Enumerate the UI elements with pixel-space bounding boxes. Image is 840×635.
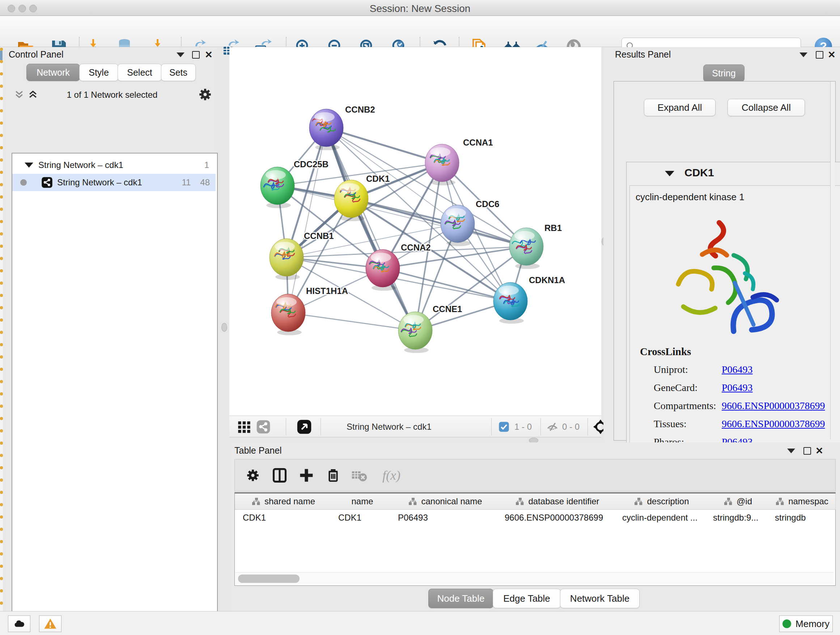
table-horizontal-scrollbar[interactable] <box>235 572 834 585</box>
column-header-canonical-name[interactable]: canonical name <box>392 494 499 510</box>
edge-CCNB2-CCNE1[interactable] <box>326 128 415 331</box>
function-builder-icon: f(x) <box>376 466 407 485</box>
column-header--id[interactable]: @id <box>707 494 769 510</box>
network-node-CDC25B[interactable]: CDC25B <box>261 159 328 208</box>
table-panel-close-button[interactable]: ✕ <box>815 446 824 455</box>
column-header-name[interactable]: name <box>332 494 393 510</box>
column-header-database-identifier[interactable]: database identifier <box>499 494 617 510</box>
memory-button[interactable]: Memory <box>779 616 833 632</box>
network-view-canvas[interactable]: CCNB2CCNA1CDC25BCDK1CDC6RB1CCNB1CCNA2CDK… <box>229 47 601 416</box>
crosslink-genecard-link[interactable]: P06493 <box>722 382 753 394</box>
table-panel-float-button[interactable] <box>802 446 812 455</box>
column-header-shared-name[interactable]: shared name <box>235 494 333 510</box>
crosslink-compartments-link[interactable]: 9606.ENSP00000378699 <box>722 400 825 412</box>
network-collection-row[interactable]: String Network – cdk1 1 <box>12 157 216 174</box>
results-panel-float-button[interactable] <box>815 50 824 59</box>
table-cell[interactable]: cyclin-dependent ... <box>616 510 707 526</box>
control-panel-close-button[interactable]: ✕ <box>204 50 213 59</box>
collapse-all-button[interactable]: Collapse All <box>728 99 805 116</box>
column-header-label: shared name <box>264 496 315 507</box>
edge-HIST1H1A-CCNE1[interactable] <box>288 313 415 331</box>
application-window: Session: New Session <box>0 0 840 635</box>
crosslink-label: Uniprot: <box>654 364 688 378</box>
collapse-all-icon[interactable] <box>14 89 25 100</box>
protein-section: CDK1 cyclin-dependent kinase 1 <box>626 162 840 474</box>
network-node-HIST1H1A[interactable]: HIST1H1A <box>271 286 348 335</box>
crosslink-uniprot-link[interactable]: P06493 <box>722 364 753 375</box>
table-tab-node-table[interactable]: Node Table <box>428 589 493 608</box>
node-label-CCNE1: CCNE1 <box>433 304 462 314</box>
table-cell[interactable]: CDK1 <box>235 510 335 526</box>
network-collection-count: 1 <box>204 160 209 170</box>
network-collection-label: String Network – cdk1 <box>38 160 123 170</box>
control-tab-network[interactable]: Network <box>27 64 80 81</box>
table-tab-network-table[interactable]: Network Table <box>560 589 639 608</box>
network-node-RB1[interactable]: RB1 <box>509 223 562 269</box>
table-cell[interactable]: stringdb <box>769 510 835 526</box>
network-row-label: String Network – cdk1 <box>57 177 142 187</box>
results-panel: Results Panel ✕ String Expand All Collap… <box>603 47 840 442</box>
network-node-CDC6[interactable]: CDC6 <box>441 199 499 246</box>
crosslink-label: GeneCard: <box>654 382 698 396</box>
table-settings-gear-icon[interactable] <box>243 466 262 485</box>
delete-column-trash-icon[interactable] <box>324 466 343 485</box>
warnings-button[interactable] <box>39 616 62 632</box>
add-column-icon[interactable] <box>297 466 316 485</box>
results-panel-collapse-button[interactable] <box>799 50 808 59</box>
control-tab-style[interactable]: Style <box>79 64 118 81</box>
column-header-description[interactable]: description <box>616 494 707 510</box>
protein-details-box: cyclin-dependent kinase 1 <box>630 185 840 462</box>
scrollbar-thumb[interactable] <box>238 575 300 583</box>
cloud-status-button[interactable] <box>8 616 30 632</box>
control-panel-title: Control Panel <box>9 49 63 60</box>
table-panel-collapse-button[interactable] <box>786 446 796 455</box>
warning-icon <box>44 617 57 630</box>
show-columns-icon[interactable] <box>270 466 289 485</box>
control-tab-sets[interactable]: Sets <box>161 64 196 81</box>
node-table: shared namenamecanonical namedatabase id… <box>234 492 836 586</box>
table-toolbar: f(x) <box>234 459 836 492</box>
hidden-node-edge-count: 0 - 0 <box>562 418 579 435</box>
node-label-CDC6: CDC6 <box>476 199 499 209</box>
network-list: String Network – cdk1 1 String Network –… <box>11 153 218 635</box>
section-expander-icon[interactable] <box>665 171 674 176</box>
control-panel-collapse-button[interactable] <box>176 50 185 59</box>
background-window-sliver <box>0 47 3 611</box>
table-panel: Table Panel ✕ f(x) shared namenamecanoni… <box>229 442 840 611</box>
network-node-CDKN1A[interactable]: CDKN1A <box>493 275 565 324</box>
open-in-window-button[interactable] <box>297 418 312 435</box>
node-label-CCNA1: CCNA1 <box>463 138 493 147</box>
table-cell[interactable]: 9606.ENSP00000378699 <box>499 510 616 526</box>
table-tab-edge-table[interactable]: Edge Table <box>493 589 561 608</box>
left-splitter-handle[interactable] <box>221 323 227 332</box>
network-node-CCNE1[interactable]: CCNE1 <box>398 304 462 353</box>
network-node-CCNA1[interactable]: CCNA1 <box>425 138 493 185</box>
node-label-CDKN1A: CDKN1A <box>529 275 565 285</box>
table-cell[interactable]: P06493 <box>392 510 499 526</box>
column-header-label: name <box>351 496 373 507</box>
control-tab-select[interactable]: Select <box>118 64 162 81</box>
network-node-CDK1[interactable]: CDK1 <box>334 174 390 221</box>
control-panel-float-button[interactable] <box>191 50 201 59</box>
crosslink-tissues-link[interactable]: 9606.ENSP00000378699 <box>722 418 825 430</box>
grid-view-button[interactable] <box>237 418 251 435</box>
column-header-namespac[interactable]: namespac <box>769 494 836 510</box>
network-options-gear-icon[interactable] <box>197 87 213 102</box>
selected-checkbox[interactable] <box>499 418 509 435</box>
hidden-eye-slash-icon[interactable] <box>546 418 559 435</box>
network-row-selected[interactable]: String Network – cdk1 11 48 <box>12 174 216 191</box>
results-tab-string[interactable]: String <box>703 65 745 82</box>
node-label-CCNB2: CCNB2 <box>345 105 375 114</box>
results-panel-close-button[interactable]: ✕ <box>827 50 836 59</box>
results-scrollbar[interactable] <box>830 81 835 440</box>
network-graph[interactable]: CCNB2CCNA1CDC25BCDK1CDC6RB1CCNB1CCNA2CDK… <box>229 47 601 416</box>
edge-CCNB2-CCNA1[interactable] <box>326 128 442 163</box>
expand-all-button[interactable]: Expand All <box>644 99 715 116</box>
network-birdseye-button[interactable] <box>256 418 271 435</box>
table-cell[interactable]: CDK1 <box>332 510 392 526</box>
node-label-CDK1: CDK1 <box>366 174 390 184</box>
cloud-icon <box>13 618 25 630</box>
tree-expander-icon[interactable] <box>25 163 33 168</box>
table-cell[interactable]: stringdb:9... <box>707 510 769 526</box>
expand-all-icon[interactable] <box>27 89 38 100</box>
